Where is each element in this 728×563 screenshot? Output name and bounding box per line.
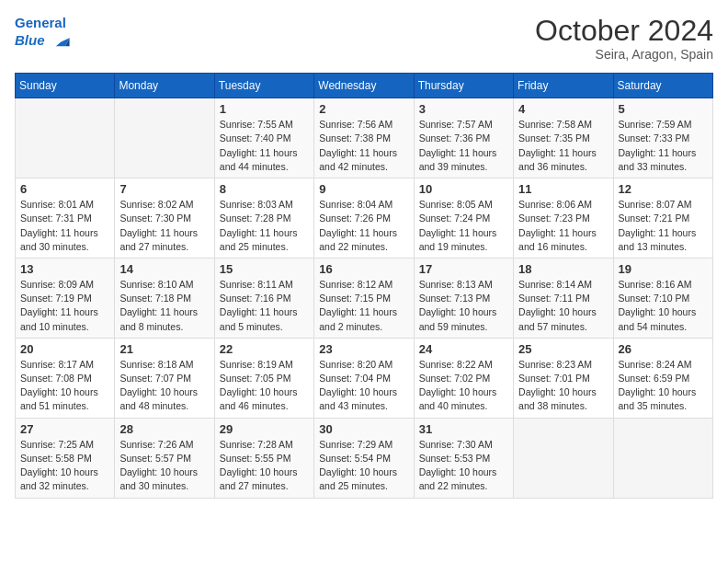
day-number: 24 xyxy=(419,342,508,356)
day-info: Sunrise: 8:16 AMSunset: 7:10 PMDaylight:… xyxy=(619,278,708,334)
calendar-week-4: 20Sunrise: 8:17 AMSunset: 7:08 PMDayligh… xyxy=(16,338,713,418)
calendar-cell: 1Sunrise: 7:55 AMSunset: 7:40 PMDaylight… xyxy=(214,98,313,178)
day-info: Sunrise: 8:09 AMSunset: 7:19 PMDaylight:… xyxy=(20,278,109,334)
calendar-cell: 2Sunrise: 7:56 AMSunset: 7:38 PMDaylight… xyxy=(314,98,414,178)
calendar-cell: 7Sunrise: 8:02 AMSunset: 7:30 PMDaylight… xyxy=(115,178,214,259)
calendar-cell: 13Sunrise: 8:09 AMSunset: 7:19 PMDayligh… xyxy=(16,258,115,338)
day-info: Sunrise: 8:10 AMSunset: 7:18 PMDaylight:… xyxy=(119,278,209,334)
calendar-cell: 18Sunrise: 8:14 AMSunset: 7:11 PMDayligh… xyxy=(514,258,613,338)
day-number: 22 xyxy=(220,342,309,356)
day-info: Sunrise: 8:19 AMSunset: 7:05 PMDaylight:… xyxy=(220,358,309,414)
page-header: General Blue October 2024 Seira, Aragon,… xyxy=(15,15,713,62)
day-number: 23 xyxy=(319,342,408,356)
day-number: 6 xyxy=(20,182,109,196)
day-number: 25 xyxy=(518,342,608,356)
calendar-cell: 22Sunrise: 8:19 AMSunset: 7:05 PMDayligh… xyxy=(214,338,313,418)
day-info: Sunrise: 8:14 AMSunset: 7:11 PMDaylight:… xyxy=(518,278,608,334)
logo-general: General xyxy=(15,15,66,30)
weekday-header-monday: Monday xyxy=(115,74,214,98)
calendar-table: SundayMondayTuesdayWednesdayThursdayFrid… xyxy=(15,73,713,498)
calendar-header: SundayMondayTuesdayWednesdayThursdayFrid… xyxy=(16,74,713,98)
day-info: Sunrise: 8:20 AMSunset: 7:04 PMDaylight:… xyxy=(319,358,408,414)
day-info: Sunrise: 8:02 AMSunset: 7:30 PMDaylight:… xyxy=(119,198,209,254)
calendar-cell: 8Sunrise: 8:03 AMSunset: 7:28 PMDaylight… xyxy=(214,178,313,259)
day-info: Sunrise: 7:57 AMSunset: 7:36 PMDaylight:… xyxy=(419,118,508,174)
day-number: 14 xyxy=(119,262,209,276)
calendar-week-5: 27Sunrise: 7:25 AMSunset: 5:58 PMDayligh… xyxy=(16,418,713,498)
day-number: 2 xyxy=(319,102,408,116)
day-number: 30 xyxy=(319,422,408,436)
calendar-cell: 31Sunrise: 7:30 AMSunset: 5:53 PMDayligh… xyxy=(414,418,513,498)
calendar-cell: 15Sunrise: 8:11 AMSunset: 7:16 PMDayligh… xyxy=(214,258,313,338)
calendar-cell: 24Sunrise: 8:22 AMSunset: 7:02 PMDayligh… xyxy=(414,338,513,418)
day-info: Sunrise: 8:01 AMSunset: 7:31 PMDaylight:… xyxy=(20,198,109,254)
day-info: Sunrise: 7:55 AMSunset: 7:40 PMDaylight:… xyxy=(220,118,309,174)
day-number: 7 xyxy=(119,182,209,196)
calendar-cell: 19Sunrise: 8:16 AMSunset: 7:10 PMDayligh… xyxy=(613,258,712,338)
day-number: 5 xyxy=(619,102,708,116)
calendar-cell: 5Sunrise: 7:59 AMSunset: 7:33 PMDaylight… xyxy=(613,98,712,178)
day-info: Sunrise: 8:07 AMSunset: 7:21 PMDaylight:… xyxy=(619,198,708,254)
day-number: 29 xyxy=(220,422,309,436)
day-number: 11 xyxy=(518,182,608,196)
calendar-cell: 27Sunrise: 7:25 AMSunset: 5:58 PMDayligh… xyxy=(16,418,115,498)
calendar-cell: 14Sunrise: 8:10 AMSunset: 7:18 PMDayligh… xyxy=(115,258,214,338)
day-number: 1 xyxy=(220,102,309,116)
day-number: 3 xyxy=(419,102,508,116)
calendar-cell: 29Sunrise: 7:28 AMSunset: 5:55 PMDayligh… xyxy=(214,418,313,498)
calendar-week-3: 13Sunrise: 8:09 AMSunset: 7:19 PMDayligh… xyxy=(16,258,713,338)
day-number: 18 xyxy=(518,262,608,276)
day-info: Sunrise: 8:04 AMSunset: 7:26 PMDaylight:… xyxy=(319,198,408,254)
calendar-cell: 26Sunrise: 8:24 AMSunset: 6:59 PMDayligh… xyxy=(613,338,712,418)
day-number: 15 xyxy=(220,262,309,276)
calendar-cell: 6Sunrise: 8:01 AMSunset: 7:31 PMDaylight… xyxy=(16,178,115,259)
weekday-header-saturday: Saturday xyxy=(613,74,712,98)
weekday-header-friday: Friday xyxy=(514,74,613,98)
day-number: 31 xyxy=(419,422,508,436)
day-info: Sunrise: 8:03 AMSunset: 7:28 PMDaylight:… xyxy=(220,198,309,254)
day-info: Sunrise: 7:30 AMSunset: 5:53 PMDaylight:… xyxy=(419,438,508,494)
calendar-cell: 9Sunrise: 8:04 AMSunset: 7:26 PMDaylight… xyxy=(314,178,414,259)
day-number: 17 xyxy=(419,262,508,276)
day-info: Sunrise: 7:29 AMSunset: 5:54 PMDaylight:… xyxy=(319,438,408,494)
calendar-cell: 20Sunrise: 8:17 AMSunset: 7:08 PMDayligh… xyxy=(16,338,115,418)
day-number: 13 xyxy=(20,262,109,276)
calendar-cell: 16Sunrise: 8:12 AMSunset: 7:15 PMDayligh… xyxy=(314,258,414,338)
day-info: Sunrise: 8:06 AMSunset: 7:23 PMDaylight:… xyxy=(518,198,608,254)
calendar-cell: 11Sunrise: 8:06 AMSunset: 7:23 PMDayligh… xyxy=(514,178,613,259)
day-info: Sunrise: 7:59 AMSunset: 7:33 PMDaylight:… xyxy=(619,118,708,174)
day-info: Sunrise: 8:11 AMSunset: 7:16 PMDaylight:… xyxy=(220,278,309,334)
calendar-cell: 28Sunrise: 7:26 AMSunset: 5:57 PMDayligh… xyxy=(115,418,214,498)
calendar-cell: 30Sunrise: 7:29 AMSunset: 5:54 PMDayligh… xyxy=(314,418,414,498)
calendar-cell: 17Sunrise: 8:13 AMSunset: 7:13 PMDayligh… xyxy=(414,258,513,338)
day-number: 16 xyxy=(319,262,408,276)
day-number: 9 xyxy=(319,182,408,196)
day-number: 27 xyxy=(20,422,109,436)
title-block: October 2024 Seira, Aragon, Spain xyxy=(535,15,713,62)
day-info: Sunrise: 8:18 AMSunset: 7:07 PMDaylight:… xyxy=(119,358,209,414)
day-info: Sunrise: 8:24 AMSunset: 6:59 PMDaylight:… xyxy=(619,358,708,414)
weekday-header-sunday: Sunday xyxy=(16,74,115,98)
day-number: 20 xyxy=(20,342,109,356)
day-number: 10 xyxy=(419,182,508,196)
calendar-cell: 12Sunrise: 8:07 AMSunset: 7:21 PMDayligh… xyxy=(613,178,712,259)
day-number: 8 xyxy=(220,182,309,196)
calendar-cell: 21Sunrise: 8:18 AMSunset: 7:07 PMDayligh… xyxy=(115,338,214,418)
month-title: October 2024 xyxy=(535,15,713,47)
logo-icon xyxy=(51,31,71,52)
calendar-body: 1Sunrise: 7:55 AMSunset: 7:40 PMDaylight… xyxy=(16,98,713,498)
calendar-week-2: 6Sunrise: 8:01 AMSunset: 7:31 PMDaylight… xyxy=(16,178,713,259)
day-info: Sunrise: 7:28 AMSunset: 5:55 PMDaylight:… xyxy=(220,438,309,494)
logo-blue: Blue xyxy=(15,32,45,48)
calendar-cell: 10Sunrise: 8:05 AMSunset: 7:24 PMDayligh… xyxy=(414,178,513,259)
day-info: Sunrise: 7:26 AMSunset: 5:57 PMDaylight:… xyxy=(119,438,209,494)
day-info: Sunrise: 7:56 AMSunset: 7:38 PMDaylight:… xyxy=(319,118,408,174)
calendar-cell xyxy=(613,418,712,498)
day-number: 21 xyxy=(119,342,209,356)
day-number: 19 xyxy=(619,262,708,276)
calendar-cell xyxy=(514,418,613,498)
day-info: Sunrise: 7:25 AMSunset: 5:58 PMDaylight:… xyxy=(20,438,109,494)
day-number: 12 xyxy=(619,182,708,196)
day-info: Sunrise: 7:58 AMSunset: 7:35 PMDaylight:… xyxy=(518,118,608,174)
day-number: 26 xyxy=(619,342,708,356)
